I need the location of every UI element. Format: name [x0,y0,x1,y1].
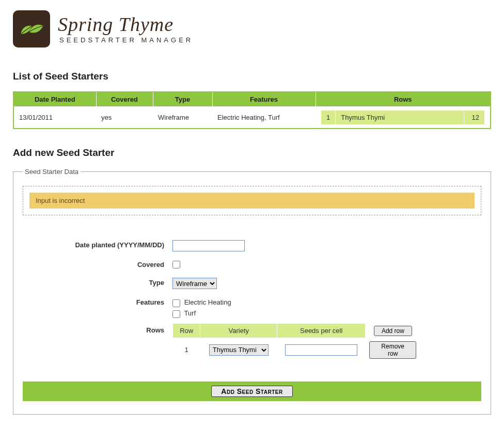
error-message: Input is incorrect [29,193,475,209]
app-subtitle: SEEDSTARTER MANAGER [58,36,193,44]
rows-col-variety: Variety [200,324,277,338]
add-row-button[interactable]: Add row [374,326,412,336]
label-type: Type [23,274,172,293]
cell-type: Wireframe [153,107,212,129]
label-covered: Covered [23,256,172,274]
feature-label: Turf [184,309,196,317]
label-features: Features [23,293,172,323]
fieldset-legend: Seed Starter Data [23,168,81,176]
date-input[interactable] [172,240,245,251]
covered-checkbox[interactable] [172,261,180,268]
col-date: Date Planted [13,92,96,107]
feature-label: Electric Heating [184,298,231,306]
add-seed-starter-button[interactable]: Add Seed Starter [211,386,292,397]
form-heading: Add new Seed Starter [13,147,491,158]
rows-col-seeds: Seeds per cell [277,324,365,338]
type-select[interactable]: Wireframe [172,278,217,289]
leaves-icon [13,10,50,47]
seedstarter-table: Date Planted Covered Type Features Rows … [13,91,491,129]
app-logo-header: Spring Thyme SEEDSTARTER MANAGER [13,5,491,53]
error-container: Input is incorrect [23,186,481,215]
rows-editor-row: 1 Thymus Thymi [173,338,421,362]
col-rows: Rows [316,92,491,107]
cell-covered: yes [96,107,153,129]
rows-editor-num: 1 [173,338,200,362]
rows-editor-table: Row Variety Seeds per cell Add row [172,323,420,362]
remove-row-button[interactable]: Remove row [369,341,416,359]
cell-date: 13/01/2011 [13,107,96,129]
col-covered: Covered [96,92,153,107]
col-type: Type [153,92,212,107]
cell-rows: 1 Thymus Thymi 12 [316,107,491,129]
cell-features: Electric Heating, Turf [212,107,316,129]
table-row: 13/01/2011 yes Wireframe Electric Heatin… [13,107,491,129]
rows-col-row: Row [173,324,200,338]
feature-checkbox-turf[interactable] [172,310,180,318]
nested-row-seeds: 12 [464,110,485,125]
feature-checkbox-electric-heating[interactable] [172,299,180,307]
nested-row-variety: Thymus Thymi [336,110,464,125]
nested-row-num: 1 [321,110,336,125]
submit-bar: Add Seed Starter [23,382,481,401]
seedstarter-fieldset: Seed Starter Data Input is incorrect Dat… [13,168,491,415]
col-features: Features [212,92,316,107]
app-title: Spring Thyme [58,14,193,34]
label-rows: Rows [23,323,172,366]
label-date: Date planted (YYYY/MM/DD) [23,236,172,256]
list-heading: List of Seed Starters [13,71,491,82]
seeds-input[interactable] [285,344,357,356]
variety-select[interactable]: Thymus Thymi [209,344,269,356]
